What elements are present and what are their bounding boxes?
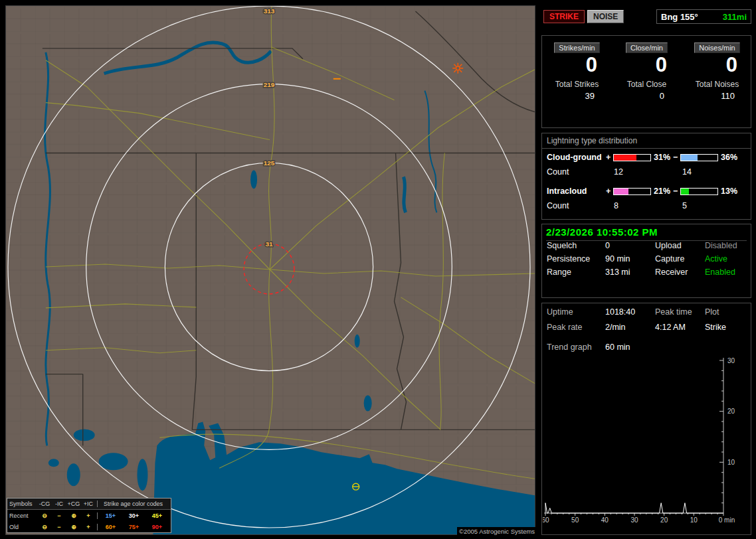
- range-label-219: 219: [264, 81, 275, 88]
- age-45: 45+: [147, 512, 167, 519]
- legend-col-neg-cg: -CG: [37, 501, 52, 507]
- settings-row: Squelch 0 Upload Disabled: [542, 241, 751, 254]
- ic-negative-bar: [680, 188, 718, 195]
- ic-negative-count: 5: [682, 201, 687, 210]
- peak-time-value: 4:12 AM: [655, 323, 686, 332]
- cg-negative-count: 14: [682, 167, 692, 177]
- cg-negative-pct: 36%: [721, 153, 737, 162]
- range-label: Range: [547, 268, 571, 277]
- noises-per-min-button[interactable]: Noises/min: [694, 42, 739, 53]
- total-close-label: Total Close: [612, 80, 682, 89]
- strikes-per-min-value: 0: [542, 54, 612, 76]
- svg-text:20: 20: [660, 516, 668, 524]
- age-15: 15+: [101, 512, 121, 519]
- intracloud-row: Intracloud + 21% − 13%: [542, 187, 751, 197]
- cg-positive-pct: 31%: [654, 153, 670, 162]
- plus-sign: +: [606, 187, 611, 196]
- close-per-min-value: 0: [612, 54, 682, 76]
- svg-text:50: 50: [571, 516, 579, 524]
- upload-label: Upload: [655, 241, 682, 250]
- total-close-value: 0: [612, 91, 682, 101]
- receiver-status: Enabled: [705, 268, 735, 277]
- pos-ic-recent-icon: +: [81, 512, 96, 519]
- distribution-header: Lightning type distribution: [542, 136, 751, 149]
- cg-negative-bar: [680, 154, 718, 161]
- close-column: Close/min 0 Total Close 0: [612, 36, 682, 127]
- peak-time-label: Peak time: [655, 307, 692, 317]
- trend-graph-label: Trend graph: [547, 343, 592, 352]
- cloud-ground-label: Cloud-ground: [547, 153, 602, 162]
- ic-positive-count: 8: [614, 201, 618, 210]
- trend-graph: 1020300 min102030405060: [543, 355, 742, 526]
- noises-column: Noises/min 0 Total Noises 110: [682, 36, 752, 127]
- range-label-125: 125: [264, 159, 275, 167]
- receiver-label: Receiver: [655, 268, 688, 277]
- stats-panel: Uptime 1018:40 Peak time Plot Peak rate …: [541, 303, 751, 535]
- distribution-panel: Lightning type distribution Cloud-ground…: [541, 133, 751, 220]
- minus-sign: −: [673, 153, 678, 162]
- capture-status: Active: [705, 254, 727, 264]
- copyright-text: ©2005 Astrogenic Systems: [457, 527, 537, 536]
- strikes-column: Strikes/min 0 Total Strikes 39: [542, 36, 612, 127]
- svg-text:60: 60: [543, 516, 549, 524]
- bearing-distance: 311mi: [723, 12, 747, 22]
- plot-mode-value: Strike: [705, 323, 726, 332]
- upload-status: Disabled: [705, 241, 737, 250]
- legend-col-pos-ic: +IC: [81, 501, 96, 507]
- neg-ic-old-icon: −: [52, 524, 66, 530]
- strike-toggle-button[interactable]: STRIKE: [543, 10, 585, 23]
- close-per-min-button[interactable]: Close/min: [626, 42, 668, 53]
- noise-toggle-button[interactable]: NOISE: [587, 10, 624, 23]
- legend-old-row: Old ⊖ − ⊕ + 60+ 75+ 90+: [7, 521, 171, 532]
- persistence-label: Persistence: [547, 254, 590, 264]
- svg-text:30: 30: [727, 357, 735, 364]
- total-strikes-value: 39: [542, 91, 612, 101]
- capture-label: Capture: [655, 254, 684, 264]
- app-window: 313 219 125 31 Symbols -CG -IC +CG +IC S…: [0, 0, 756, 539]
- legend-header-row: Symbols -CG -IC +CG +IC Strike age color…: [7, 499, 171, 510]
- legend-symbols-header: Symbols: [9, 501, 37, 507]
- stats-row: Peak rate 2/min 4:12 AM Strike: [542, 323, 751, 338]
- svg-text:10: 10: [690, 516, 698, 524]
- cg-positive-count: 12: [614, 167, 623, 177]
- legend-col-pos-cg: +CG: [66, 501, 81, 507]
- intracloud-count-row: Count 8 5: [542, 201, 751, 211]
- peak-rate-label: Peak rate: [547, 323, 583, 332]
- ic-positive-pct: 21%: [654, 187, 670, 196]
- lightning-map[interactable]: 313 219 125 31: [5, 5, 535, 535]
- total-strikes-label: Total Strikes: [542, 80, 612, 89]
- legend-col-neg-ic: -IC: [52, 501, 66, 507]
- squelch-label: Squelch: [547, 241, 577, 250]
- plot-label: Plot: [705, 307, 719, 317]
- datetime-display: 2/23/2026 10:55:02 PM: [546, 226, 747, 241]
- settings-row: Persistence 90 min Capture Active: [542, 254, 751, 268]
- bearing-label: Bng 155°: [661, 12, 698, 22]
- plus-sign: +: [606, 153, 611, 162]
- neg-cg-old-icon: ⊖: [37, 524, 52, 530]
- svg-text:10: 10: [727, 459, 735, 466]
- ic-positive-bar: [613, 188, 651, 195]
- strikes-per-min-button[interactable]: Strikes/min: [554, 42, 599, 53]
- intracloud-label: Intracloud: [547, 187, 587, 196]
- svg-text:40: 40: [601, 516, 609, 524]
- total-noises-value: 110: [682, 91, 752, 101]
- svg-text:30: 30: [630, 516, 638, 524]
- cloud-ground-row: Cloud-ground + 31% − 36%: [542, 153, 751, 163]
- svg-text:20: 20: [727, 408, 735, 415]
- settings-row: Range 313 mi Receiver Enabled: [542, 268, 751, 281]
- squelch-value: 0: [605, 241, 610, 250]
- age-75: 75+: [124, 524, 144, 530]
- range-label-313: 313: [264, 7, 275, 15]
- cg-positive-bar: [613, 154, 651, 161]
- neg-ic-recent-icon: −: [52, 512, 66, 519]
- neg-cg-recent-icon: ⊖: [37, 512, 52, 519]
- ic-negative-pct: 13%: [721, 187, 737, 196]
- svg-text:0 min: 0 min: [719, 516, 735, 524]
- trend-window-value: 60 min: [605, 343, 630, 352]
- trend-row: Trend graph 60 min: [542, 343, 751, 356]
- bearing-readout: Bng 155° 311mi: [656, 9, 751, 24]
- peak-rate-value: 2/min: [605, 323, 626, 332]
- age-30: 30+: [124, 512, 144, 519]
- total-noises-label: Total Noises: [682, 80, 752, 89]
- rates-panel: Strikes/min 0 Total Strikes 39 Close/min…: [541, 35, 751, 128]
